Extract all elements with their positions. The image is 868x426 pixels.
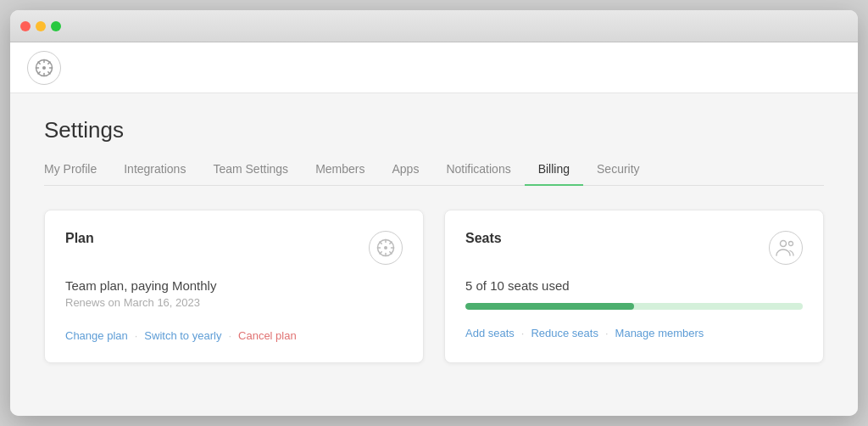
seats-progress-bar [465,303,803,310]
reduce-seats-link[interactable]: Reduce seats [531,327,598,339]
seats-card: Seats 5 of 10 seats used [444,210,824,363]
traffic-lights [20,21,61,31]
main-content: Settings My Profile Integrations Team Se… [10,93,858,416]
minimize-button[interactable] [36,21,46,31]
maximize-button[interactable] [51,21,61,31]
seats-separator-2: · [605,327,609,339]
app-logo-icon [27,51,61,85]
plan-card-title: Plan [65,231,94,246]
tab-my-profile[interactable]: My Profile [44,157,110,186]
svg-point-21 [789,242,793,246]
seats-card-body: 5 of 10 seats used Add seats · Reduce se… [465,278,803,339]
plan-card: Plan [44,210,424,363]
seats-separator-1: · [521,327,525,339]
tab-members[interactable]: Members [302,157,378,186]
plan-name: Team plan, paying Monthly [65,278,403,293]
switch-yearly-link[interactable]: Switch to yearly [144,329,221,342]
plan-card-body: Team plan, paying Monthly Renews on Marc… [65,278,403,342]
page-title: Settings [44,117,824,143]
svg-line-7 [48,71,50,73]
nav-tabs: My Profile Integrations Team Settings Me… [44,157,824,186]
plan-renew-date: Renews on March 16, 2023 [65,296,403,309]
add-seats-link[interactable]: Add seats [465,327,515,339]
change-plan-link[interactable]: Change plan [65,329,128,342]
plan-actions: Change plan · Switch to yearly · Cancel … [65,329,403,342]
tab-apps[interactable]: Apps [378,157,432,186]
separator-1: · [135,329,138,342]
svg-line-9 [38,71,40,73]
tab-notifications[interactable]: Notifications [432,157,524,186]
close-button[interactable] [20,21,31,31]
svg-point-1 [42,66,46,70]
svg-line-17 [390,252,392,254]
svg-point-11 [384,246,387,249]
app-header [10,42,858,93]
seats-card-header: Seats [465,231,803,265]
svg-line-8 [48,62,50,64]
plan-icon [369,231,403,265]
svg-line-16 [380,242,381,244]
seats-card-title: Seats [465,231,502,246]
seats-progress-fill [465,303,634,310]
tab-billing[interactable]: Billing [525,157,583,186]
titlebar [10,10,858,42]
svg-line-19 [380,252,381,254]
seats-actions: Add seats · Reduce seats · Manage member… [465,327,803,339]
seats-icon [769,231,803,265]
cards-container: Plan [44,210,824,363]
tab-team-settings[interactable]: Team Settings [199,157,302,186]
app-window: Settings My Profile Integrations Team Se… [10,10,858,416]
svg-point-20 [781,241,787,247]
separator-2: · [228,329,231,342]
svg-line-6 [38,62,40,64]
plan-card-header: Plan [65,231,403,265]
tab-integrations[interactable]: Integrations [110,157,199,186]
svg-line-18 [390,242,392,244]
seats-used-label: 5 of 10 seats used [465,278,803,293]
manage-members-link[interactable]: Manage members [615,327,704,339]
tab-security[interactable]: Security [583,157,654,186]
cancel-plan-link[interactable]: Cancel plan [238,329,297,342]
